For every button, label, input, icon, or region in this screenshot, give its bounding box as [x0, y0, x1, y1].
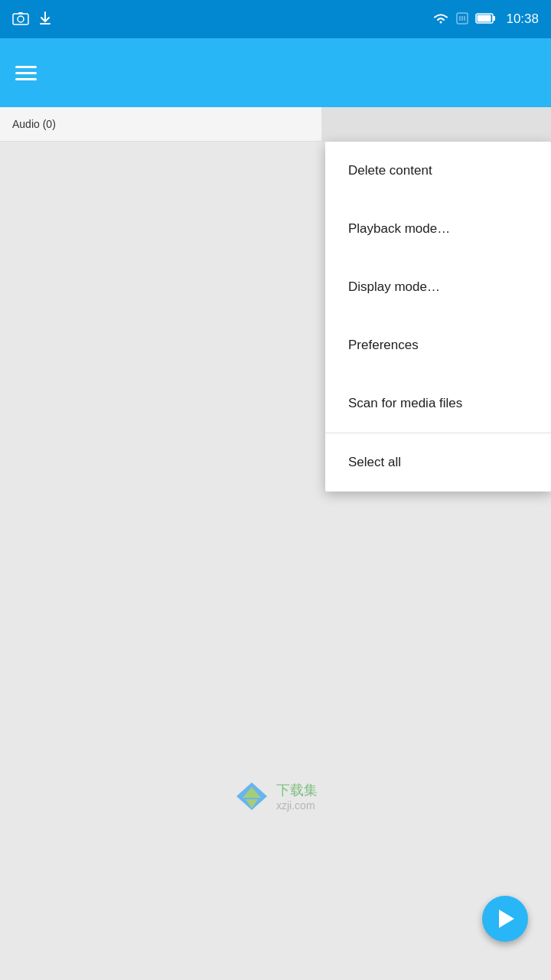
menu-item-playback-mode[interactable]: Playback mode…: [325, 200, 551, 258]
status-bar: 10:38: [0, 0, 551, 38]
context-menu: Delete content Playback mode… Display mo…: [325, 142, 551, 492]
sim-icon: [455, 11, 469, 28]
svg-rect-8: [493, 16, 495, 21]
hamburger-menu-button[interactable]: [15, 66, 37, 80]
svg-point-1: [18, 16, 24, 22]
svg-rect-0: [13, 14, 28, 24]
menu-item-display-mode[interactable]: Display mode…: [325, 258, 551, 316]
tab-bar: Audio (0): [0, 107, 321, 142]
clock: 10:38: [506, 11, 539, 27]
play-icon: [499, 910, 514, 928]
menu-item-preferences[interactable]: Preferences: [325, 316, 551, 374]
battery-icon: [475, 12, 497, 27]
download-icon: [38, 11, 52, 28]
status-bar-left: [12, 11, 52, 28]
menu-item-delete-content[interactable]: Delete content: [325, 142, 551, 200]
menu-item-scan-media[interactable]: Scan for media files: [325, 374, 551, 433]
menu-item-select-all[interactable]: Select all: [325, 433, 551, 492]
toolbar: [0, 38, 551, 107]
photo-icon: [12, 11, 29, 28]
play-fab[interactable]: [482, 896, 528, 942]
status-bar-right: 10:38: [432, 11, 539, 28]
menu-overlay[interactable]: [0, 142, 321, 980]
svg-rect-9: [478, 15, 491, 21]
audio-tab[interactable]: Audio (0): [12, 118, 56, 130]
svg-rect-2: [40, 23, 51, 24]
main-content: Delete content Playback mode… Display mo…: [0, 142, 551, 980]
wifi-icon: [432, 11, 449, 28]
